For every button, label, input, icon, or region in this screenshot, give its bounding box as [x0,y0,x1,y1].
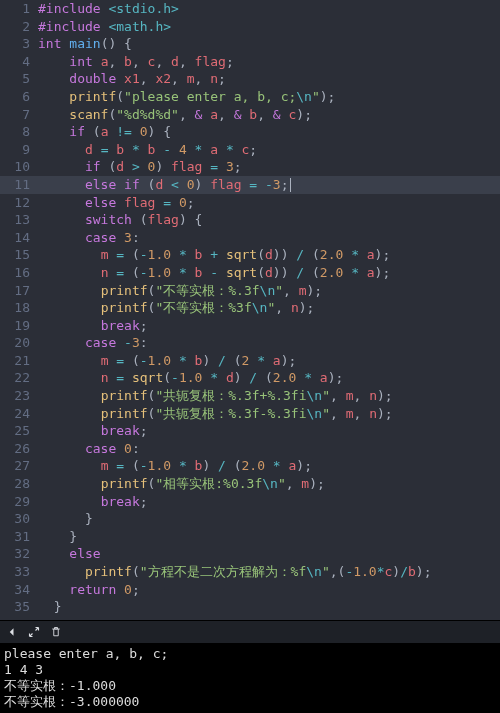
line-number: 3 [0,35,38,53]
terminal-toolbar [0,620,500,644]
code-content[interactable]: #include <stdio.h> [38,0,500,18]
code-content[interactable]: else if (d < 0) flag = -3; [38,176,500,194]
code-line[interactable]: 33 printf("方程不是二次方程解为：%f\n",(-1.0*c)/b); [0,563,500,581]
code-line[interactable]: 13 switch (flag) { [0,211,500,229]
code-line[interactable]: 29 break; [0,493,500,511]
code-content[interactable]: n = sqrt(-1.0 * d) / (2.0 * a); [38,369,500,387]
back-icon[interactable] [6,626,18,638]
code-line[interactable]: 15 m = (-1.0 * b + sqrt(d)) / (2.0 * a); [0,246,500,264]
line-number: 14 [0,229,38,247]
code-content[interactable]: } [38,510,500,528]
line-number: 19 [0,317,38,335]
code-line[interactable]: 35 } [0,598,500,616]
line-number: 11 [0,176,38,194]
code-line[interactable]: 9 d = b * b - 4 * a * c; [0,141,500,159]
code-content[interactable]: m = (-1.0 * b) / (2 * a); [38,352,500,370]
code-content[interactable]: if (d > 0) flag = 3; [38,158,500,176]
line-number: 6 [0,88,38,106]
code-content[interactable]: switch (flag) { [38,211,500,229]
code-line[interactable]: 28 printf("相等实根:%0.3f\n", m); [0,475,500,493]
expand-icon[interactable] [28,626,40,638]
code-content[interactable]: printf("不等实根：%.3f\n", m); [38,282,500,300]
code-content[interactable]: else flag = 0; [38,194,500,212]
code-content[interactable]: return 0; [38,581,500,599]
line-number: 8 [0,123,38,141]
line-number: 21 [0,352,38,370]
code-content[interactable]: #include <math.h> [38,18,500,36]
code-line[interactable]: 14 case 3: [0,229,500,247]
code-line[interactable]: 32 else [0,545,500,563]
code-line[interactable]: 27 m = (-1.0 * b) / (2.0 * a); [0,457,500,475]
code-line[interactable]: 34 return 0; [0,581,500,599]
code-line[interactable]: 11 else if (d < 0) flag = -3; [0,176,500,194]
code-content[interactable]: if (a != 0) { [38,123,500,141]
code-line[interactable]: 6 printf("please enter a, b, c;\n"); [0,88,500,106]
line-number: 12 [0,194,38,212]
code-content[interactable]: double x1, x2, m, n; [38,70,500,88]
code-line[interactable]: 24 printf("共轭复根：%.3f-%.3fi\n", m, n); [0,405,500,423]
code-content[interactable]: case 0: [38,440,500,458]
line-number: 27 [0,457,38,475]
code-content[interactable]: } [38,598,500,616]
code-line[interactable]: 25 break; [0,422,500,440]
line-number: 32 [0,545,38,563]
code-line[interactable]: 22 n = sqrt(-1.0 * d) / (2.0 * a); [0,369,500,387]
code-line[interactable]: 7 scanf("%d%d%d", & a, & b, & c); [0,106,500,124]
code-line[interactable]: 23 printf("共轭复根：%.3f+%.3fi\n", m, n); [0,387,500,405]
line-number: 17 [0,282,38,300]
code-content[interactable]: m = (-1.0 * b) / (2.0 * a); [38,457,500,475]
code-content[interactable]: d = b * b - 4 * a * c; [38,141,500,159]
code-content[interactable]: printf("不等实根：%3f\n", n); [38,299,500,317]
line-number: 22 [0,369,38,387]
code-line[interactable]: 3int main() { [0,35,500,53]
line-number: 25 [0,422,38,440]
code-line[interactable]: 16 n = (-1.0 * b - sqrt(d)) / (2.0 * a); [0,264,500,282]
code-content[interactable]: case -3: [38,334,500,352]
line-number: 1 [0,0,38,18]
line-number: 28 [0,475,38,493]
line-number: 26 [0,440,38,458]
code-line[interactable]: 5 double x1, x2, m, n; [0,70,500,88]
code-content[interactable]: int a, b, c, d, flag; [38,53,500,71]
line-number: 23 [0,387,38,405]
code-line[interactable]: 21 m = (-1.0 * b) / (2 * a); [0,352,500,370]
code-content[interactable]: break; [38,493,500,511]
terminal-output[interactable]: please enter a, b, c; 1 4 3 不等实根：-1.000 … [0,644,500,713]
code-content[interactable]: n = (-1.0 * b - sqrt(d)) / (2.0 * a); [38,264,500,282]
code-content[interactable]: printf("相等实根:%0.3f\n", m); [38,475,500,493]
code-line[interactable]: 31 } [0,528,500,546]
code-line[interactable]: 26 case 0: [0,440,500,458]
line-number: 24 [0,405,38,423]
code-line[interactable]: 30 } [0,510,500,528]
trash-icon[interactable] [50,626,62,638]
code-content[interactable]: printf("共轭复根：%.3f+%.3fi\n", m, n); [38,387,500,405]
line-number: 5 [0,70,38,88]
code-editor[interactable]: 1#include <stdio.h>2#include <math.h>3in… [0,0,500,620]
code-line[interactable]: 17 printf("不等实根：%.3f\n", m); [0,282,500,300]
line-number: 34 [0,581,38,599]
code-line[interactable]: 19 break; [0,317,500,335]
code-line[interactable]: 12 else flag = 0; [0,194,500,212]
line-number: 16 [0,264,38,282]
code-line[interactable]: 1#include <stdio.h> [0,0,500,18]
code-content[interactable]: scanf("%d%d%d", & a, & b, & c); [38,106,500,124]
code-line[interactable]: 4 int a, b, c, d, flag; [0,53,500,71]
code-content[interactable]: printf("方程不是二次方程解为：%f\n",(-1.0*c)/b); [38,563,500,581]
code-line[interactable]: 8 if (a != 0) { [0,123,500,141]
line-number: 35 [0,598,38,616]
code-content[interactable]: break; [38,317,500,335]
code-line[interactable]: 20 case -3: [0,334,500,352]
code-content[interactable]: m = (-1.0 * b + sqrt(d)) / (2.0 * a); [38,246,500,264]
code-content[interactable]: case 3: [38,229,500,247]
code-content[interactable]: else [38,545,500,563]
code-content[interactable]: printf("please enter a, b, c;\n"); [38,88,500,106]
code-content[interactable]: int main() { [38,35,500,53]
code-content[interactable]: printf("共轭复根：%.3f-%.3fi\n", m, n); [38,405,500,423]
line-number: 4 [0,53,38,71]
line-number: 13 [0,211,38,229]
code-content[interactable]: } [38,528,500,546]
code-line[interactable]: 2#include <math.h> [0,18,500,36]
code-content[interactable]: break; [38,422,500,440]
code-line[interactable]: 18 printf("不等实根：%3f\n", n); [0,299,500,317]
code-line[interactable]: 10 if (d > 0) flag = 3; [0,158,500,176]
